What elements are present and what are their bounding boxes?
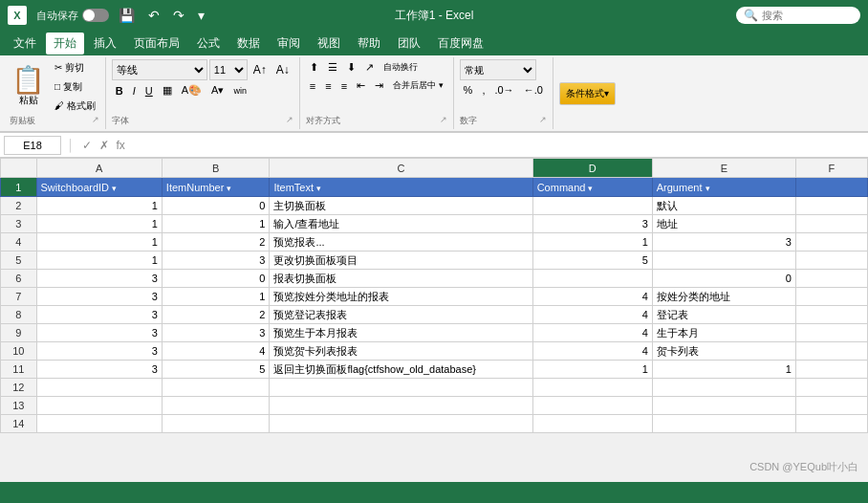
cell-F7[interactable] [795,288,867,306]
cell-C10[interactable]: 预览贺卡列表报表 [270,342,532,361]
cell-C12[interactable] [270,379,532,397]
cell-F5[interactable] [795,252,867,270]
conditional-format-button[interactable]: 条件格式▾ [559,82,616,105]
cell-A9[interactable]: 3 [36,324,162,342]
cell-F12[interactable] [795,379,867,397]
undo-button[interactable]: ↶ [144,6,163,25]
cell-F6[interactable] [795,270,867,288]
save-button[interactable]: 💾 [115,6,139,25]
menu-formula[interactable]: 公式 [189,33,228,55]
row-header-14[interactable]: 14 [1,415,37,433]
fill-color-button[interactable]: A🎨 [178,82,206,98]
menu-insert[interactable]: 插入 [86,33,124,55]
cell-B3[interactable]: 1 [162,215,270,233]
formula-input[interactable] [131,139,864,152]
col-header-F[interactable]: F [795,159,867,178]
cell-E11[interactable]: 1 [652,361,795,379]
customize-button[interactable]: ▾ [194,6,208,25]
format-painter-button[interactable]: 🖌 格式刷 [51,98,99,115]
cell-C6[interactable]: 报表切换面板 [270,270,532,288]
cell-C13[interactable] [270,397,532,415]
row-header-1[interactable]: 1 [1,178,37,197]
cell-D5[interactable]: 5 [532,252,652,270]
menu-home[interactable]: 开始 [46,33,84,55]
cell-E13[interactable] [652,397,795,415]
cell-B10[interactable]: 4 [162,342,270,361]
align-bottom-button[interactable]: ⬇ [343,59,359,76]
cell-D2[interactable] [532,197,652,215]
cell-C7[interactable]: 预览按姓分类地址的报表 [270,288,532,306]
text-angle-button[interactable]: ↗ [361,59,378,76]
row-header-7[interactable]: 7 [1,288,37,306]
cell-F14[interactable] [795,415,867,433]
cell-D7[interactable]: 4 [532,288,652,306]
decrease-indent-button[interactable]: ⇤ [353,77,369,94]
align-right-button[interactable]: ≡ [337,78,351,94]
number-format-select[interactable]: 常规 [460,59,536,80]
menu-team[interactable]: 团队 [390,33,428,55]
menu-layout[interactable]: 页面布局 [126,33,187,55]
cell-B13[interactable] [162,397,270,415]
cell-F3[interactable] [795,215,867,233]
font-color-button[interactable]: A▾ [207,82,228,98]
menu-data[interactable]: 数据 [229,33,268,55]
align-left-button[interactable]: ≡ [306,78,319,94]
cell-D10[interactable]: 4 [532,342,652,361]
cell-E10[interactable]: 贺卡列表 [652,342,795,361]
cell-F9[interactable] [795,324,867,342]
cell-C14[interactable] [270,415,532,433]
col-header-E[interactable]: E [652,159,795,178]
search-box[interactable]: 🔍 [736,7,860,24]
cell-E7[interactable]: 按姓分类的地址 [652,288,795,306]
row-header-11[interactable]: 11 [1,361,37,379]
search-input[interactable] [762,10,848,21]
cell-E3[interactable]: 地址 [652,215,795,233]
cell-A7[interactable]: 3 [36,288,162,306]
font-size-select[interactable]: 11 [209,59,248,80]
cell-B1[interactable]: ItemNumber ▾ [162,178,270,197]
row-header-12[interactable]: 12 [1,379,37,397]
cell-F1[interactable] [795,178,867,197]
merge-center-button[interactable]: 合并后居中 ▾ [389,77,447,94]
cell-A10[interactable]: 3 [36,342,162,361]
cell-F11[interactable] [795,361,867,379]
cell-B14[interactable] [162,415,270,433]
cell-A2[interactable]: 1 [36,197,162,215]
cell-D14[interactable] [532,415,652,433]
decrease-font-button[interactable]: A↓ [272,61,293,78]
menu-baidu[interactable]: 百度网盘 [430,33,491,55]
row-header-6[interactable]: 6 [1,270,37,288]
cell-A13[interactable] [36,397,162,415]
cell-B6[interactable]: 0 [162,270,270,288]
cell-A1[interactable]: SwitchboardID ▾ [36,178,162,197]
row-header-4[interactable]: 4 [1,233,37,252]
paste-button[interactable]: 📋 粘贴 [10,65,47,109]
formula-cancel-button[interactable]: ✗ [98,139,111,152]
row-header-10[interactable]: 10 [1,342,37,361]
cell-C4[interactable]: 预览报表... [270,233,532,252]
italic-button[interactable]: I [129,83,140,98]
cell-D6[interactable] [532,270,652,288]
row-header-2[interactable]: 2 [1,197,37,215]
col-header-A[interactable]: A [36,159,162,178]
cell-C8[interactable]: 预览登记表报表 [270,306,532,324]
cell-B5[interactable]: 3 [162,252,270,270]
cell-A14[interactable] [36,415,162,433]
cell-D8[interactable]: 4 [532,306,652,324]
col-header-B[interactable]: B [162,159,270,178]
cell-D11[interactable]: 1 [532,361,652,379]
row-header-9[interactable]: 9 [1,324,37,342]
cell-C5[interactable]: 更改切换面板项目 [270,252,532,270]
col-header-D[interactable]: D [532,159,652,178]
cell-D9[interactable]: 4 [532,324,652,342]
row-header-13[interactable]: 13 [1,397,37,415]
menu-view[interactable]: 视图 [310,33,348,55]
cell-A6[interactable]: 3 [36,270,162,288]
underline-button[interactable]: U [141,83,157,98]
cell-C11[interactable]: 返回主切换面板flag{ctfshow_old_database} [270,361,532,379]
menu-help[interactable]: 帮助 [350,33,388,55]
cell-B7[interactable]: 1 [162,288,270,306]
menu-review[interactable]: 审阅 [270,33,308,55]
cell-E12[interactable] [652,379,795,397]
formula-check-button[interactable]: ✓ [80,139,94,152]
